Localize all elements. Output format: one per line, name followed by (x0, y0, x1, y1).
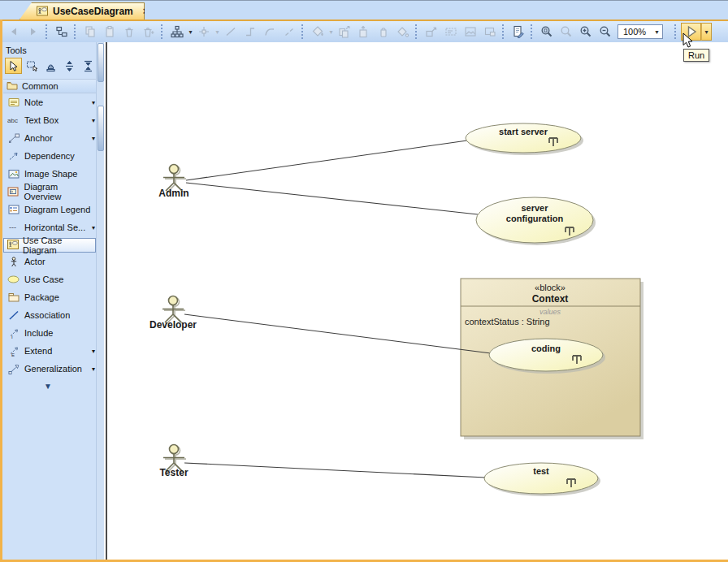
association-admin-serverconfiguration[interactable] (186, 183, 478, 214)
diagram-canvas-area[interactable]: «block» Context values contextStatus : S… (107, 42, 728, 560)
sidebar-item-horizontal-separator[interactable]: --- Horizontal Se... ▾ (3, 218, 104, 236)
chevron-down-icon[interactable]: ▾ (92, 117, 95, 124)
layout-button[interactable] (167, 23, 187, 41)
package-icon (7, 292, 20, 302)
run-tooltip: Run (683, 49, 709, 62)
chevron-down-icon[interactable]: ▾ (92, 99, 95, 106)
align-dropdown-icon[interactable]: ▾ (214, 28, 221, 36)
vertical-spread-tool-button[interactable] (61, 58, 78, 74)
zoom-in-button[interactable] (576, 23, 596, 41)
sidebar-item-note[interactable]: Note ▾ (3, 93, 104, 111)
diagram-svg[interactable]: «block» Context values contextStatus : S… (107, 42, 728, 560)
nav-back-button[interactable] (4, 23, 24, 41)
toolbar-grip[interactable] (161, 24, 163, 39)
usecase-start-server[interactable]: start server (466, 123, 583, 155)
sidebar-item-generalization[interactable]: Generalization ▾ (3, 360, 104, 378)
chevron-down-icon[interactable]: ▾ (92, 365, 95, 373)
sidebar-item-text-box[interactable]: abc Text Box ▾ (3, 111, 104, 129)
scrollbar-thumb[interactable] (98, 43, 104, 82)
image-display-button[interactable] (461, 23, 480, 41)
run-dropdown-icon[interactable]: ▾ (701, 23, 712, 41)
sidebar-item-use-case[interactable]: Use Case (3, 270, 104, 288)
chevron-down-icon[interactable]: ▾ (92, 348, 95, 355)
path-curved-button[interactable] (260, 23, 280, 41)
toolbar-grip[interactable] (415, 24, 418, 39)
toolbar-grip[interactable] (74, 24, 76, 39)
window-display-button[interactable] (480, 23, 500, 41)
toolbar-grip[interactable] (502, 24, 505, 39)
association-admin-startserver[interactable] (186, 140, 467, 180)
paste-style-button[interactable] (354, 23, 374, 41)
zoom-level-select[interactable]: 100% ▼ (618, 24, 663, 39)
vertical-contract-tool-button[interactable] (80, 58, 97, 74)
association-tester-test[interactable] (184, 463, 486, 478)
sidebar-item-actor[interactable]: Actor (3, 253, 104, 270)
sidebar-item-dependency[interactable]: Dependency (3, 147, 104, 165)
toolbar-grip[interactable] (46, 24, 48, 39)
containment-tree-button[interactable] (52, 23, 72, 41)
marquee-select-tool-button[interactable] (24, 58, 41, 74)
align-button[interactable] (194, 23, 214, 41)
scrollbar-thumb[interactable] (98, 106, 104, 151)
stamp-tool-button[interactable] (42, 58, 59, 74)
sidebar-item-image-shape[interactable]: Image Shape (3, 165, 104, 183)
pointer-tool-button[interactable] (5, 58, 22, 74)
zoom-tool-button[interactable] (537, 23, 557, 41)
nav-forward-button[interactable] (24, 23, 43, 41)
validate-diagram-button[interactable] (509, 23, 528, 41)
usecase-diagram-icon (37, 6, 49, 18)
path-oblique-button[interactable] (221, 23, 240, 41)
actor-admin[interactable]: Admin (158, 165, 188, 200)
copy-button[interactable] (80, 23, 100, 41)
paste-button[interactable] (100, 23, 119, 41)
toolbar-grip[interactable] (674, 24, 677, 39)
actor-label: Developer (150, 319, 197, 331)
clear-style-button[interactable] (393, 23, 413, 41)
chevron-down-icon[interactable]: ▾ (92, 224, 95, 231)
section-use-case-diagram[interactable]: Use Case Diagram (3, 238, 96, 253)
properties-display-button[interactable] (441, 23, 461, 41)
actor-developer[interactable]: Developer (150, 296, 197, 331)
chevron-down-icon[interactable]: ▼ (652, 29, 662, 35)
layout-dropdown-icon[interactable]: ▾ (187, 28, 194, 36)
format-painter-dropdown-icon[interactable]: ▾ (327, 28, 335, 36)
tab-close-icon[interactable]: × (143, 6, 149, 17)
usecase-label-line2: configuration (506, 214, 564, 223)
delete-from-model-button[interactable] (139, 23, 158, 41)
autosize-button[interactable] (422, 23, 441, 41)
svg-text:abc: abc (7, 117, 18, 124)
format-painter-button[interactable] (308, 23, 327, 41)
sidebar-item-anchor[interactable]: Anchor ▾ (3, 129, 104, 147)
palette-scrollbar[interactable] (96, 42, 104, 560)
palette-expand-icon[interactable]: ▼ (3, 378, 104, 391)
zoom-out-button[interactable] (596, 23, 615, 41)
delete-button[interactable] (119, 23, 139, 41)
horizontal-separator-icon: --- (7, 223, 20, 232)
chevron-down-icon[interactable]: ▾ (92, 135, 95, 142)
usecase-test[interactable]: test (484, 463, 600, 496)
actor-tester[interactable]: Tester (159, 445, 188, 479)
sidebar-item-package[interactable]: Package (3, 288, 104, 306)
sidebar-item-include[interactable]: I Include (3, 324, 104, 342)
sidebar-item-label: Package (24, 292, 59, 302)
toolbar-grip[interactable] (301, 24, 304, 39)
section-common[interactable]: Common (3, 79, 96, 93)
path-rectilinear-button[interactable] (240, 23, 260, 41)
path-custom-button[interactable] (280, 23, 299, 41)
sidebar-item-label: Text Box (24, 115, 58, 125)
sidebar-item-extend[interactable]: E Extend ▾ (3, 342, 104, 360)
association-developer-coding[interactable] (184, 314, 491, 353)
zoom-region-button[interactable] (557, 23, 576, 41)
sidebar-item-label: Horizontal Se... (24, 223, 85, 232)
tab-usecasediagram[interactable]: UseCaseDiagram × (20, 2, 145, 19)
sidebar-item-diagram-overview[interactable]: Diagram Overview (3, 183, 104, 201)
association-lines[interactable] (184, 140, 491, 478)
style-bag-button[interactable] (374, 23, 393, 41)
usecase-server-configuration[interactable]: server configuration (476, 197, 596, 245)
actor-icon (7, 257, 20, 267)
copy-style-button[interactable] (335, 23, 354, 41)
sidebar-item-label: Note (24, 97, 43, 107)
toolbar-grip[interactable] (531, 24, 533, 39)
sidebar-item-association[interactable]: Association (3, 306, 104, 324)
sidebar-item-diagram-legend[interactable]: Diagram Legend (3, 201, 104, 218)
